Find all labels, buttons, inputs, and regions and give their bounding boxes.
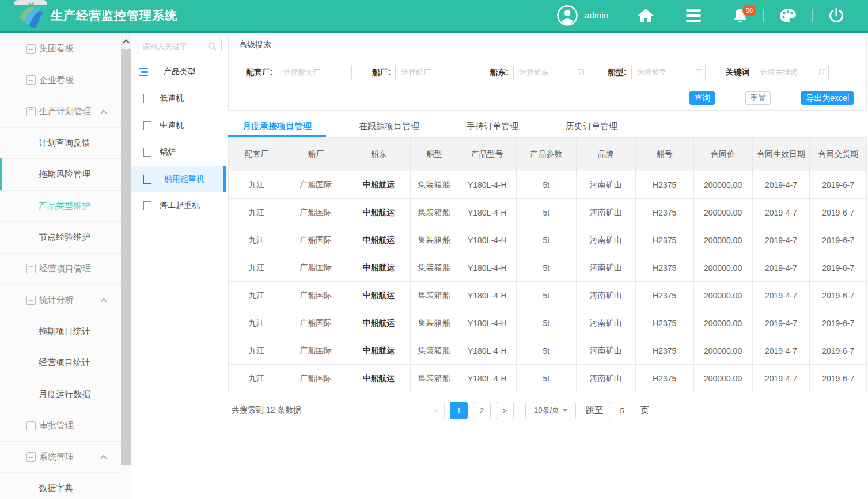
notifications-button[interactable]: 50 xyxy=(717,0,763,31)
table-cell: Y180L-4-H xyxy=(458,282,516,309)
placeholder-glyph-icon xyxy=(143,201,151,210)
scrollbar-thumb[interactable] xyxy=(121,49,131,465)
sidebar-item-月度运行数据[interactable]: 月度运行数据 xyxy=(0,379,121,411)
table-cell: 2019-4-7 xyxy=(752,365,810,392)
logout-button[interactable] xyxy=(813,0,860,31)
table-cell: 集装箱船 xyxy=(410,282,458,309)
sidebar-item-系统管理[interactable]: 系统管理 xyxy=(0,442,121,474)
filter-label: 船厂: xyxy=(372,67,391,78)
page-size-select[interactable]: 10条/页 xyxy=(525,402,576,419)
avatar-icon xyxy=(557,5,578,26)
table-cell: 200000.00 xyxy=(693,171,752,199)
home-button[interactable] xyxy=(621,0,670,31)
table-cell: H2375 xyxy=(635,282,693,309)
sidebar-item-节点经验维护[interactable]: 节点经验维护 xyxy=(0,222,121,254)
table-body: 九江广船国际中船航运集装箱船Y180L-4-H5t河南矿山H2375200000… xyxy=(229,171,867,392)
table-cell: Y180L-4-H xyxy=(458,309,516,337)
tab-月度承接项目管理[interactable]: 月度承接项目管理 xyxy=(228,116,326,137)
orders-table: 配套厂船厂船东船型产品型号产品参数品牌船号合同价合同生效日期合同交货期 九江广船… xyxy=(228,137,867,392)
column-header: 合同生效日期 xyxy=(752,138,810,171)
search-icon[interactable] xyxy=(208,42,217,51)
sidebar-item-审批管理[interactable]: 审批管理 xyxy=(0,410,121,442)
tab-手持订单管理[interactable]: 手持订单管理 xyxy=(452,116,533,137)
user-menu[interactable]: admin xyxy=(544,0,621,31)
table-cell: 中船航运 xyxy=(347,282,411,309)
placeholder-glyph-icon xyxy=(26,44,36,54)
table-cell: 河南矿山 xyxy=(576,226,635,254)
placeholder-glyph-icon xyxy=(143,94,151,103)
tree-item-海工起重机[interactable]: 海工起重机 xyxy=(131,192,226,220)
page-button-1[interactable]: 1 xyxy=(450,402,468,419)
tree-item-中速机[interactable]: 中速机 xyxy=(131,112,226,139)
table-cell: 广船国际 xyxy=(285,254,347,282)
table-cell: 2019-4-7 xyxy=(752,309,810,337)
tab-历史订单管理[interactable]: 历史订单管理 xyxy=(551,116,632,137)
home-icon xyxy=(637,7,654,24)
table-cell: 集装箱船 xyxy=(410,337,458,365)
advanced-search-body: 配套厂: 船厂: 船东: 船型: 关键词 查询 xyxy=(229,52,866,110)
placeholder-glyph-icon xyxy=(26,107,36,116)
sidebar-item-数据字典[interactable]: 数据字典 xyxy=(0,473,121,499)
next-page-button[interactable]: > xyxy=(496,402,514,419)
page-button-2[interactable]: 2 xyxy=(473,402,491,419)
sidebar-item-拖期风险管理[interactable]: 拖期风险管理 xyxy=(0,159,121,191)
advanced-search-panel: 高级搜索 配套厂: 船厂: 船东: 船型: 关键词 xyxy=(228,36,867,111)
sidebar-item-label: 拖期项目统计 xyxy=(39,326,90,337)
filter-label: 船型: xyxy=(608,67,627,78)
filter-group: 船型: xyxy=(608,65,706,80)
sidebar-item-拖期项目统计[interactable]: 拖期项目统计 xyxy=(0,316,121,348)
column-header: 品牌 xyxy=(576,138,635,171)
sidebar-item-label: 系统管理 xyxy=(39,452,74,463)
filter-input-wrap xyxy=(631,65,706,80)
table-cell: 广船国际 xyxy=(285,365,347,392)
result-count-label: 共搜索到 12 条数据 xyxy=(232,405,301,415)
sidebar-item-统计分析[interactable]: 统计分析 xyxy=(0,285,121,316)
chevron-up-icon xyxy=(100,298,107,304)
tree-item-list: 低速机 中速机 锅炉 船用起重机 海工起重机 xyxy=(131,85,226,220)
filter-select-input[interactable] xyxy=(278,65,352,80)
filter-group: 配套厂: xyxy=(246,65,352,80)
table-cell: H2375 xyxy=(635,226,693,254)
sidebar-item-经营项目管理[interactable]: 经营项目管理 xyxy=(0,254,121,285)
sidebar-item-经营项目统计[interactable]: 经营项目统计 xyxy=(0,347,121,379)
sidebar-item-集团看板[interactable]: 集团看板 xyxy=(0,33,121,65)
product-type-panel: 产品类型 低速机 中速机 锅炉 船用起重机 海工起重机 xyxy=(131,33,226,499)
table-cell: 中船航运 xyxy=(347,254,411,282)
query-button[interactable]: 查询 xyxy=(689,91,715,105)
tree-item-锅炉[interactable]: 锅炉 xyxy=(131,139,226,166)
sidebar-item-产品类型维护[interactable]: 产品类型维护 xyxy=(0,191,121,222)
sidebar-nav: 集团看板 企业看板 生产计划管理 计划查询反馈 拖期风险管理 产品类型维护 节点… xyxy=(0,33,121,499)
sidebar-item-label: 集团看板 xyxy=(39,43,74,54)
tree-item-低速机[interactable]: 低速机 xyxy=(131,85,226,112)
tree-item-船用起重机[interactable]: 船用起重机 xyxy=(131,166,226,193)
table-cell: 2019-4-7 xyxy=(752,226,810,254)
table-cell: 河南矿山 xyxy=(576,254,635,282)
filter-select-input[interactable] xyxy=(755,65,829,80)
jump-page-input[interactable] xyxy=(609,402,635,419)
table-row: 九江广船国际中船航运集装箱船Y180L-4-H5t河南矿山H2375200000… xyxy=(229,254,867,282)
sidebar-item-企业看板[interactable]: 企业看板 xyxy=(0,65,121,97)
reset-button[interactable]: 重置 xyxy=(745,91,771,105)
table-cell: 九江 xyxy=(229,337,285,365)
sidebar-scrollbar[interactable] xyxy=(121,33,131,499)
column-header: 合同交货期 xyxy=(810,138,867,171)
filter-label: 关键词 xyxy=(726,67,750,78)
table-cell: 九江 xyxy=(229,254,285,282)
filter-select-input[interactable] xyxy=(631,65,706,80)
export-excel-button[interactable]: 导出为excel xyxy=(801,91,854,105)
tree-root-node[interactable]: 产品类型 xyxy=(131,59,226,85)
table-cell: 九江 xyxy=(229,309,285,337)
sidebar-item-计划查询反馈[interactable]: 计划查询反馈 xyxy=(0,128,121,160)
prev-page-button[interactable]: < xyxy=(427,402,445,419)
filter-select-input[interactable] xyxy=(395,65,469,80)
table-cell: H2375 xyxy=(635,199,693,226)
sidebar-item-生产计划管理[interactable]: 生产计划管理 xyxy=(0,96,121,128)
tab-在跟踪项目管理[interactable]: 在跟踪项目管理 xyxy=(344,116,434,137)
table-cell: 广船国际 xyxy=(285,337,347,365)
scroll-up-button[interactable] xyxy=(121,33,131,49)
main-body: 集团看板 企业看板 生产计划管理 计划查询反馈 拖期风险管理 产品类型维护 节点… xyxy=(0,33,868,499)
filter-select-input[interactable] xyxy=(513,65,587,80)
menu-button[interactable] xyxy=(670,0,717,31)
sidebar-item-label: 节点经验维护 xyxy=(39,232,90,243)
theme-button[interactable] xyxy=(764,0,812,31)
